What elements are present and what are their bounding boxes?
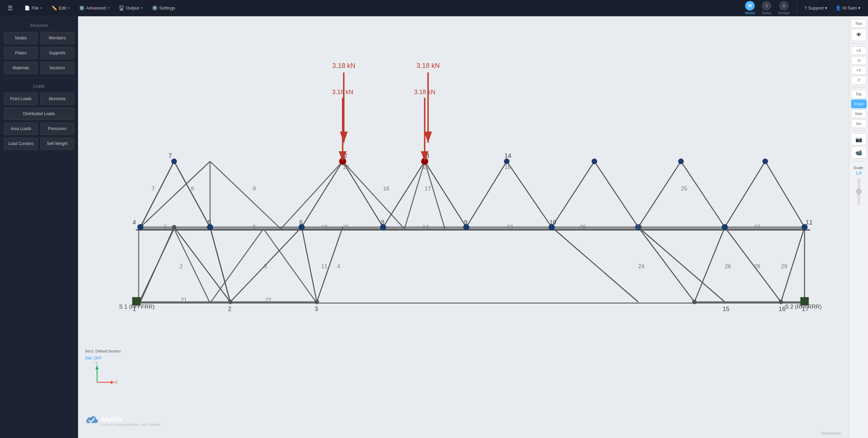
supports-button[interactable]: Supports [40,47,74,59]
svg-point-79 [678,159,684,164]
iso-view-button[interactable]: Iso [851,119,867,128]
screenshot-button[interactable]: 📷 [851,133,867,145]
svg-line-43 [466,161,507,227]
members-button[interactable]: Members [40,32,74,44]
tab-model[interactable]: M Model [742,0,758,16]
self-weight-button[interactable]: Self Weight [40,138,74,150]
svg-point-74 [171,159,177,164]
distributed-row: Distributed Loads [4,108,74,120]
tips-button[interactable]: Tips [851,19,867,28]
moments-button[interactable]: Moments [40,93,74,105]
right-toolbar: Tips 👁 +X -X +Y -Y Top Front Side Iso 📷 … [849,16,868,438]
svg-text:16: 16 [383,185,389,192]
svg-text:14: 14 [422,224,429,230]
svg-text:8: 8 [381,219,384,226]
minus-y-button[interactable]: -Y [851,76,867,85]
svg-text:Y: Y [95,362,98,366]
area-loads-button[interactable]: Area Loads [4,123,38,135]
pressures-button[interactable]: Pressures [40,123,74,135]
support-arrow-icon: ▾ [825,5,827,11]
nodes-button[interactable]: Nodes [4,32,38,44]
svg-line-50 [552,227,638,302]
nav-settings[interactable]: ⚙️ Settings [148,3,179,13]
front-view-button[interactable]: Front [851,99,867,108]
edit-arrow-icon: ▾ [68,6,70,10]
tab-solve[interactable]: S Solve [759,0,774,16]
svg-text:S 2 (RFFRRR): S 2 (RFFRRR) [785,304,822,310]
loads-section-title: Loads [4,84,74,89]
scale-slider[interactable] [857,178,860,205]
nav-edit[interactable]: ✏️ Edit ▾ [48,3,74,13]
svg-text:19: 19 [507,224,513,230]
file-arrow-icon: ▾ [40,6,42,10]
nav-advanced[interactable]: ⚙️ Advanced ▾ [75,3,113,13]
tab-design[interactable]: D Design [775,0,792,16]
force-label-2: 3.18 kN [416,62,439,69]
svg-text:5: 5 [208,219,211,226]
svg-line-31 [140,161,174,227]
svg-line-10 [139,161,210,229]
materials-button[interactable]: Materials [4,62,38,74]
svg-line-25 [140,227,174,302]
topbar: ☰ 📄 File ▾ ✏️ Edit ▾ ⚙️ Advanced ▾ 🖥️ Ou… [0,0,868,16]
svg-text:13: 13 [422,164,429,170]
point-loads-button[interactable]: Point Loads [4,93,38,105]
top-view-button[interactable]: Top [851,90,867,98]
structure-svg: 3.18 kN 3.18 kN [78,16,868,438]
user-menu[interactable]: 👤 Hi Sam ▾ [832,3,864,13]
svg-line-63 [765,161,805,227]
canvas-area[interactable]: 3.18 kN 3.18 kN [78,16,868,438]
svg-text:9: 9 [464,219,468,226]
svg-text:20: 20 [580,224,586,230]
axes-indicator: X Y [90,362,117,390]
svg-text:14: 14 [505,152,511,159]
nav-output[interactable]: 🖥️ Output ▾ [115,3,147,13]
combos-weight-row: Load Combos Self Weight [4,138,74,150]
plates-supports-row: Plates Supports [4,47,74,59]
svg-line-62 [725,161,765,227]
truss-structure [139,161,806,303]
plus-x-button[interactable]: +X [851,46,867,55]
svg-text:5: 5 [164,224,167,230]
node-labels: 1 2 3 4 5 6 7 8 9 10 11 12 13 14 15 16 1… [132,152,812,312]
user-icon: 👤 [835,5,841,11]
svg-line-53 [694,227,724,302]
side-view-button[interactable]: Side [851,109,867,118]
minus-x-button[interactable]: -X [851,56,867,65]
support-link[interactable]: ? Support ▾ [801,3,831,13]
record-button[interactable]: 📹 [851,146,867,159]
svg-point-85 [779,300,783,304]
svg-line-35 [210,227,230,302]
svg-line-58 [552,161,595,227]
area-pressures-row: Area Loads Pressures [4,123,74,135]
nav-file[interactable]: 📄 File ▾ [20,3,46,13]
rt-divider-2 [852,87,866,87]
svg-text:11: 11 [806,219,812,226]
svg-text:11: 11 [321,263,327,270]
plates-button[interactable]: Plates [4,47,38,59]
svg-text:X: X [115,380,117,385]
svg-text:S 1 (FFFFRR): S 1 (FFFFRR) [119,304,155,310]
svg-text:25: 25 [681,185,687,192]
support-icon: ? [805,5,807,11]
distributed-loads-button[interactable]: Distributed Loads [4,108,74,120]
svg-line-19 [343,161,404,229]
truss-complete [140,161,805,302]
svg-text:4: 4 [132,219,136,226]
svg-line-39 [302,161,343,227]
svg-line-17 [263,229,317,303]
svg-text:23: 23 [636,224,642,230]
svg-marker-142 [111,381,114,384]
svg-line-61 [681,161,725,227]
svg-line-59 [595,161,638,227]
scale-label: Scale: [853,166,864,170]
load-combos-button[interactable]: Load Combos [4,138,38,150]
sections-button[interactable]: Sections [40,62,74,74]
mode-tabs: M Model S Solve D Design [742,0,792,16]
topbar-divider [797,3,797,13]
menu-icon[interactable]: ☰ [4,2,16,14]
svg-text:4: 4 [337,263,340,270]
eye-button[interactable]: 👁 [851,29,867,41]
plus-y-button[interactable]: +Y [851,66,867,75]
svg-text:6: 6 [299,219,303,226]
